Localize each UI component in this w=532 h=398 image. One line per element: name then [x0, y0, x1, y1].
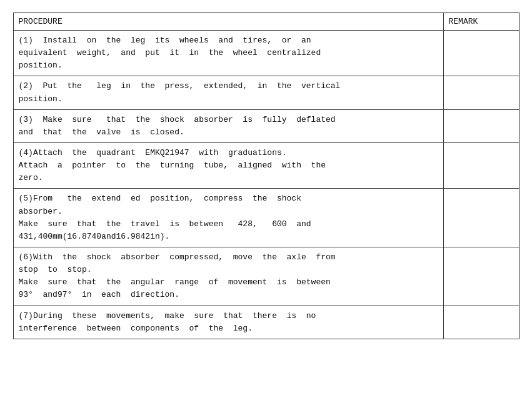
table-row: (6)With the shock absorber compressed, m…	[14, 247, 519, 306]
table-body: (1) Install on the leg its wheels and ti…	[14, 31, 519, 339]
remark-cell	[444, 76, 519, 109]
table-row: (7)During these movements, make sure tha…	[14, 306, 519, 339]
table-row: (3) Make sure that the shock absorber is…	[14, 110, 519, 143]
table-row: (2) Put the leg in the press, extended, …	[14, 76, 519, 109]
procedure-cell: (2) Put the leg in the press, extended, …	[14, 76, 444, 109]
procedure-table: PROCEDURE REMARK (1) Install on the leg …	[13, 12, 519, 339]
procedure-cell: (4)Attach the quadrant EMKQ21947 with gr…	[14, 143, 444, 188]
procedure-column-header: PROCEDURE	[14, 13, 444, 30]
remark-column-header: REMARK	[444, 13, 519, 30]
remark-cell	[444, 247, 519, 306]
remark-cell	[444, 143, 519, 188]
table-header: PROCEDURE REMARK	[14, 13, 519, 31]
table-row: (1) Install on the leg its wheels and ti…	[14, 31, 519, 76]
procedure-cell: (3) Make sure that the shock absorber is…	[14, 110, 444, 142]
procedure-cell: (7)During these movements, make sure tha…	[14, 306, 444, 339]
procedure-cell: (6)With the shock absorber compressed, m…	[14, 247, 444, 306]
remark-cell	[444, 110, 519, 142]
table-row: (4)Attach the quadrant EMKQ21947 with gr…	[14, 143, 519, 189]
remark-cell	[444, 306, 519, 339]
table-row: (5)From the extend ed position, compress…	[14, 189, 519, 247]
procedure-cell: (1) Install on the leg its wheels and ti…	[14, 31, 444, 76]
procedure-cell: (5)From the extend ed position, compress…	[14, 189, 444, 247]
remark-cell	[444, 189, 519, 247]
remark-cell	[444, 31, 519, 76]
